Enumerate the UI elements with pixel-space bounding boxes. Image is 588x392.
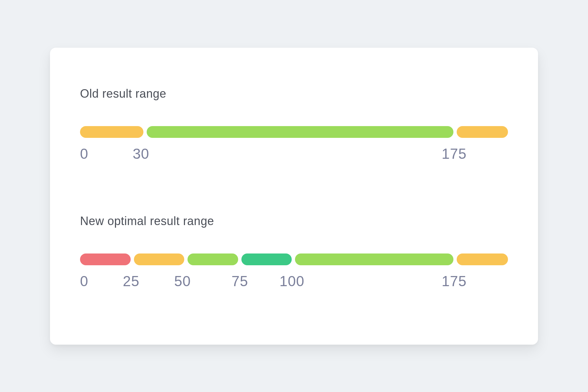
new-seg-low-normal	[188, 253, 238, 265]
new-seg-critical	[80, 253, 131, 265]
old-range-block: Old result range 0 30 175	[80, 87, 508, 162]
new-range-labels: 0 25 50 75 100 175	[80, 273, 508, 289]
new-tick-100: 100	[279, 273, 304, 289]
old-seg-low-warning	[80, 126, 143, 138]
new-range-bar	[80, 253, 508, 265]
old-range-labels: 0 30 175	[80, 146, 508, 162]
new-seg-optimal	[241, 253, 292, 265]
old-seg-normal	[147, 126, 453, 138]
new-tick-75: 75	[232, 273, 248, 289]
new-range-title: New optimal result range	[80, 214, 508, 228]
old-tick-30: 30	[133, 146, 149, 162]
new-tick-25: 25	[123, 273, 139, 289]
old-range-bar	[80, 126, 508, 138]
new-tick-0: 0	[80, 273, 88, 289]
old-seg-high-warning	[457, 126, 508, 138]
new-range-block: New optimal result range 0 25 50 75 100 …	[80, 214, 508, 289]
new-seg-high-warning	[457, 253, 508, 265]
new-tick-50: 50	[174, 273, 191, 289]
new-seg-low-warning	[134, 253, 185, 265]
new-seg-high-normal	[295, 253, 453, 265]
new-tick-175: 175	[442, 273, 466, 289]
range-comparison-card: Old result range 0 30 175 New optimal re…	[50, 48, 538, 345]
old-tick-175: 175	[442, 146, 466, 162]
old-tick-0: 0	[80, 146, 88, 162]
old-range-title: Old result range	[80, 87, 508, 101]
